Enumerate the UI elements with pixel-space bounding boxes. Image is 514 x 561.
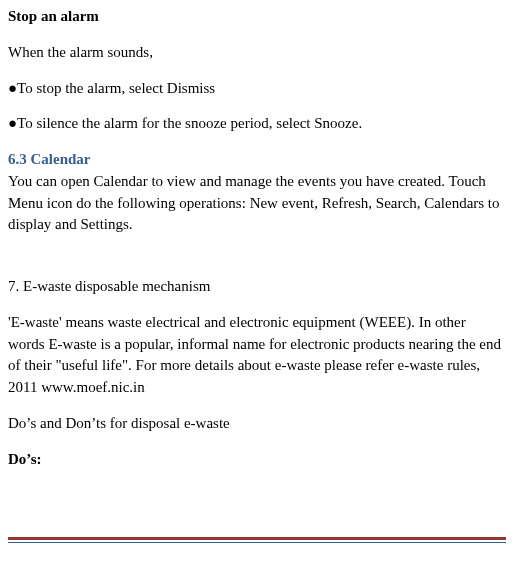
footer-line-thick (8, 537, 506, 540)
bullet-snooze: ●To silence the alarm for the snooze per… (8, 113, 506, 135)
label-dos: Do’s: (8, 449, 506, 471)
section-body-ewaste: 'E-waste' means waste electrical and ele… (8, 312, 506, 399)
text-when-alarm-sounds: When the alarm sounds, (8, 42, 506, 64)
section-heading-ewaste: 7. E-waste disposable mechanism (8, 276, 506, 298)
section-heading-calendar: 6.3 Calendar (8, 149, 506, 171)
footer-line-thin (8, 542, 506, 543)
footer-divider (8, 537, 506, 543)
text-dos-and-donts: Do’s and Don’ts for disposal e-waste (8, 413, 506, 435)
section-body-calendar: You can open Calendar to view and manage… (8, 171, 506, 236)
bullet-dismiss: ●To stop the alarm, select Dismiss (8, 78, 506, 100)
heading-stop-an-alarm: Stop an alarm (8, 6, 506, 28)
document-page: Stop an alarm When the alarm sounds, ●To… (0, 0, 514, 561)
